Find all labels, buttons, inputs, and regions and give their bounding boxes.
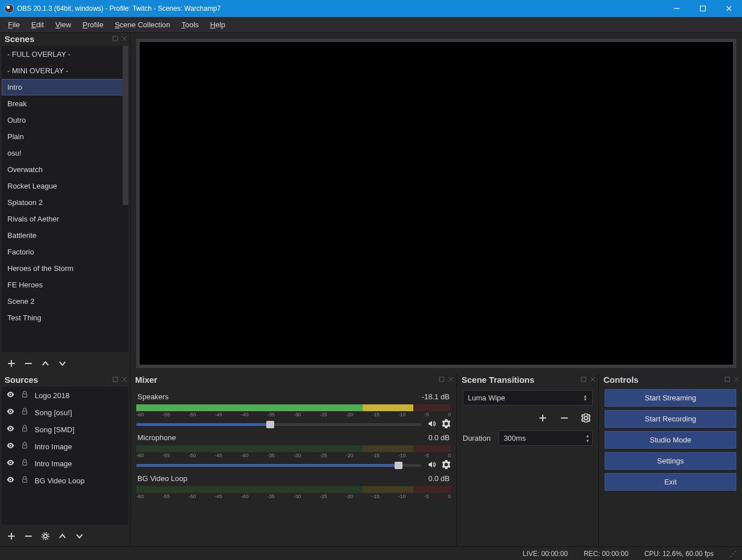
close-panel-icon[interactable] [121, 34, 128, 44]
scrollbar[interactable] [123, 46, 128, 205]
mixer-header: Mixer [131, 374, 456, 386]
audio-meter [136, 486, 451, 493]
source-item[interactable]: Intro Image [2, 438, 128, 455]
close-panel-icon[interactable] [733, 375, 740, 385]
source-item[interactable]: Logo 2018 [2, 387, 128, 404]
add-scene-button[interactable] [5, 357, 18, 370]
channel-settings-icon[interactable] [442, 419, 451, 430]
move-source-up-button[interactable] [56, 529, 69, 543]
visibility-icon[interactable] [6, 441, 15, 452]
popout-icon[interactable] [580, 375, 587, 385]
popout-icon[interactable] [112, 34, 119, 44]
remove-scene-button[interactable] [22, 357, 35, 370]
close-button[interactable] [716, 0, 742, 17]
svg-rect-24 [23, 479, 27, 483]
scene-item[interactable]: FE Heroes [2, 277, 128, 293]
scene-item[interactable]: Rocket League [2, 178, 128, 194]
transition-select[interactable]: Luma Wipe ▲▼ [463, 390, 593, 406]
mute-icon[interactable] [427, 419, 436, 430]
channel-name: Microphone [137, 433, 176, 442]
sources-list[interactable]: Logo 2018Song [osu!]Song [SMD]Intro Imag… [2, 387, 128, 525]
maximize-button[interactable] [690, 0, 716, 17]
svg-rect-20 [23, 445, 27, 449]
add-source-button[interactable] [5, 529, 18, 543]
scene-item[interactable]: Outro [2, 112, 128, 128]
preview-frame [136, 39, 736, 368]
close-panel-icon[interactable] [121, 375, 128, 385]
scenes-list[interactable]: - FULL OVERLAY -- MINI OVERLAY -IntroBre… [2, 46, 128, 352]
channel-settings-icon[interactable] [442, 460, 451, 471]
scenes-panel: Scenes - FULL OVERLAY -- MINI OVERLAY -I… [0, 33, 131, 374]
scene-item[interactable]: Plain [2, 128, 128, 145]
menu-file[interactable]: File [2, 18, 26, 31]
source-label: Logo 2018 [35, 391, 69, 400]
scene-item[interactable]: Intro [2, 79, 128, 95]
visibility-icon[interactable] [6, 407, 15, 417]
scene-item[interactable]: osu! [2, 145, 128, 161]
meter-ticks: -60-55-50-45-40-35-30-25-20-15-10-50 [136, 411, 451, 419]
start-streaming-button[interactable]: Start Streaming [605, 389, 736, 407]
remove-source-button[interactable] [22, 529, 35, 543]
add-transition-button[interactable] [536, 411, 550, 425]
popout-icon[interactable] [112, 375, 119, 385]
popout-icon[interactable] [724, 375, 731, 385]
move-source-down-button[interactable] [73, 529, 86, 543]
menu-profile[interactable]: Profile [77, 18, 109, 31]
lock-icon[interactable] [20, 475, 29, 486]
source-item[interactable]: BG Video Loop [2, 472, 128, 489]
scene-item[interactable]: Battlerite [2, 227, 128, 244]
scene-item[interactable]: Heroes of the Storm [2, 260, 128, 277]
exit-button[interactable]: Exit [605, 473, 736, 491]
mute-icon[interactable] [427, 460, 436, 471]
scene-item[interactable]: Rivals of Aether [2, 211, 128, 227]
source-properties-button[interactable] [39, 529, 52, 543]
menu-help[interactable]: Help [204, 18, 231, 31]
scene-item[interactable]: Scene 2 [2, 293, 128, 310]
scene-item[interactable]: - MINI OVERLAY - [2, 62, 128, 79]
lock-icon[interactable] [20, 458, 29, 469]
menu-scene-collection[interactable]: Scene Collection [109, 18, 176, 31]
visibility-icon[interactable] [6, 424, 15, 434]
studio-mode-button[interactable]: Studio Mode [605, 431, 736, 449]
dropdown-icon: ▲▼ [583, 395, 588, 402]
source-item[interactable]: Intro Image [2, 455, 128, 472]
sources-toolbar [0, 526, 130, 546]
visibility-icon[interactable] [6, 458, 15, 469]
visibility-icon[interactable] [6, 475, 15, 486]
source-item[interactable]: Song [SMD] [2, 421, 128, 438]
statusbar: LIVE: 00:00:00 REC: 00:00:00 CPU: 12.6%,… [0, 546, 742, 560]
move-scene-down-button[interactable] [56, 357, 69, 370]
scene-item[interactable]: Break [2, 95, 128, 112]
menu-view[interactable]: View [49, 18, 77, 31]
source-item[interactable]: Song [osu!] [2, 404, 128, 421]
volume-slider[interactable] [136, 423, 421, 426]
scene-item[interactable]: Test Thing [2, 310, 128, 326]
close-panel-icon[interactable] [589, 375, 596, 385]
menu-edit[interactable]: Edit [26, 18, 49, 31]
svg-point-29 [42, 533, 49, 540]
scene-item[interactable]: Overwatch [2, 161, 128, 178]
scene-item[interactable]: Splatoon 2 [2, 194, 128, 211]
lock-icon[interactable] [20, 390, 29, 400]
preview-canvas[interactable] [140, 42, 733, 365]
resize-grip-icon[interactable]: ⋰ [730, 550, 735, 558]
close-panel-icon[interactable] [447, 375, 454, 385]
remove-transition-button[interactable] [557, 411, 571, 425]
volume-slider[interactable] [136, 464, 421, 467]
lock-icon[interactable] [20, 407, 29, 417]
menu-tools[interactable]: Tools [176, 18, 204, 31]
transition-properties-button[interactable] [579, 411, 593, 425]
lock-icon[interactable] [20, 441, 29, 452]
lock-icon[interactable] [20, 424, 29, 434]
scene-item[interactable]: Factorio [2, 244, 128, 260]
duration-spinner[interactable]: 300ms ▲▼ [498, 431, 593, 446]
visibility-icon[interactable] [6, 390, 15, 400]
minimize-button[interactable] [664, 0, 690, 17]
start-recording-button[interactable]: Start Recording [605, 410, 736, 428]
settings-button[interactable]: Settings [605, 452, 736, 470]
scene-item[interactable]: - FULL OVERLAY - [2, 46, 128, 62]
move-scene-up-button[interactable] [39, 357, 52, 370]
audio-meter [136, 404, 451, 411]
spinner-arrows-icon[interactable]: ▲▼ [583, 431, 592, 445]
popout-icon[interactable] [438, 375, 445, 385]
